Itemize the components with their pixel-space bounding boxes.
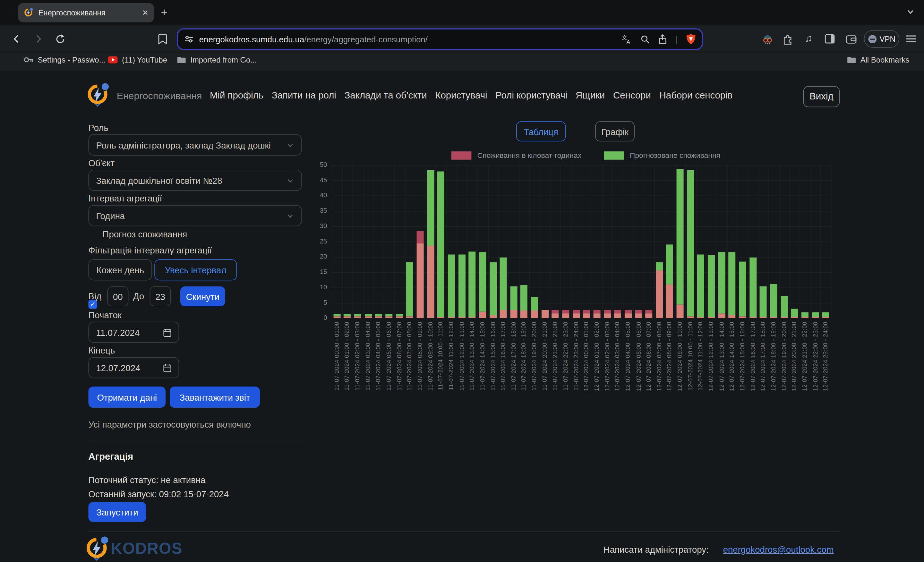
tab-close-icon[interactable]: ✕ [142, 8, 148, 17]
x-tick-label: 12-07-2024 21:00 - 22:00 [801, 322, 808, 391]
share-icon[interactable] [658, 34, 668, 44]
x-tick-label: 11-07-2024 23:00 - 24:00 [573, 322, 579, 391]
new-tab-button[interactable]: + [161, 7, 167, 18]
app-brand: Енергоспоживання [117, 90, 202, 101]
every-day-button[interactable]: Кожен день [88, 259, 152, 280]
chart-bar [406, 262, 413, 318]
bookmark-item[interactable]: Imported from Go... [177, 55, 256, 64]
nav-item[interactable]: Заклади та об'єкти [345, 90, 427, 101]
translate-icon[interactable]: 文 A [622, 34, 632, 43]
role-select[interactable]: Роль адміністратора, заклад Заклад дошкі [88, 134, 302, 156]
download-report-button[interactable]: Завантажити звіт [170, 387, 260, 408]
whole-interval-button[interactable]: Увесь інтервал [154, 259, 237, 280]
x-tick-label: 11-07-2024 06:00 - 07:00 [396, 322, 402, 391]
x-tick-label: 12-07-2024 09:00 - 10:00 [676, 322, 683, 391]
x-tick-label: 12-07-2024 05:00 - 06:00 [635, 322, 641, 391]
bookmark-item[interactable]: Settings - Passwo... [23, 55, 105, 64]
sidebar-panel-icon[interactable] [824, 33, 836, 45]
chart-bar [396, 314, 403, 318]
vpn-button[interactable]: VPN [864, 30, 899, 48]
bookmark-sidebar-icon[interactable] [157, 33, 169, 45]
from-input[interactable]: 00 [107, 286, 128, 306]
chart-bar [562, 310, 569, 318]
interval-select[interactable]: Година [88, 205, 302, 226]
legend-label: Споживання в кіловат-годинах [477, 151, 581, 160]
x-tick-label: 12-07-2024 10:00 - 11:00 [687, 322, 693, 391]
divider [88, 441, 302, 441]
back-icon[interactable] [10, 33, 22, 45]
wallet-icon[interactable] [845, 33, 857, 45]
logout-button[interactable]: Вихід [803, 86, 840, 107]
all-bookmarks-button[interactable]: All Bookmarks [847, 55, 909, 64]
x-tick-label: 11-07-2024 11:00 - 12:00 [448, 322, 454, 390]
y-tick-label: 5 [309, 299, 327, 306]
forecast-checkbox[interactable]: ✓ [88, 300, 98, 309]
reload-icon[interactable] [54, 33, 66, 45]
x-tick-label: 12-07-2024 19:00 - 20:00 [781, 322, 787, 391]
x-tick-label: 12-07-2024 18:00 - 19:00 [770, 322, 776, 391]
to-input[interactable]: 23 [150, 286, 171, 306]
y-tick-label: 10 [309, 283, 327, 290]
chart-bar [510, 286, 517, 318]
start-label: Початок [88, 310, 122, 320]
view-table-button[interactable]: Таблиця [516, 121, 566, 141]
chart-bar [687, 171, 694, 318]
end-date-input[interactable]: 12.07.2024 [88, 357, 179, 378]
nav-item[interactable]: Ящики [576, 90, 605, 101]
x-tick-label: 11-07-2024 09:00 - 10:00 [427, 322, 434, 391]
forecast-checkbox-label: Прогноз споживання [103, 229, 188, 239]
run-aggregation-button[interactable]: Запустити [88, 502, 146, 522]
x-tick-label: 11-07-2024 18:00 - 19:00 [521, 322, 527, 391]
nav-item[interactable]: Набори сенсорів [659, 90, 733, 101]
nav-item[interactable]: Запити на ролі [272, 90, 336, 101]
legend-swatch [452, 151, 471, 160]
object-select[interactable]: Заклад дошкільної освіти №28 [88, 170, 302, 191]
chart-bar [500, 257, 507, 318]
x-tick-label: 11-07-2024 04:00 - 05:00 [375, 322, 381, 391]
chart-bar [645, 310, 652, 318]
view-graph-button[interactable]: Графік [595, 121, 634, 141]
url-text[interactable]: energokodros.sumdu.edu.ua/energy/aggrega… [199, 34, 622, 43]
chart-bar [552, 310, 559, 318]
nav-item[interactable]: Користувачі [435, 90, 487, 101]
screen: Енергоспоживання ✕ + energokodros.sumdu.… [0, 0, 924, 562]
chart-bar [750, 258, 756, 318]
forward-icon[interactable] [32, 33, 44, 45]
brave-shield-icon[interactable] [686, 34, 696, 45]
filters-note: Усі параметри застосовуються включно [88, 420, 251, 430]
reset-button[interactable]: Скинути [180, 286, 225, 306]
bookmark-item[interactable]: (11) YouTube [108, 55, 167, 64]
music-note-icon[interactable]: ♫ [803, 33, 814, 45]
y-tick-label: 50 [309, 161, 327, 168]
extensions-puzzle-icon[interactable] [782, 33, 794, 45]
x-tick-label: 11-07-2024 05:00 - 06:00 [386, 322, 392, 391]
chart-bar [791, 309, 798, 318]
start-date-input[interactable]: 11.07.2024 [88, 322, 179, 343]
x-tick-label: 11-07-2024 14:00 - 15:00 [479, 322, 485, 391]
x-tick-label: 11-07-2024 07:00 - 08:00 [406, 322, 412, 391]
x-tick-label: 12-07-2024 11:00 - 12:00 [698, 322, 704, 391]
site-settings-icon[interactable] [184, 34, 194, 44]
chart-bar [333, 314, 340, 318]
calendar-icon [163, 328, 172, 337]
x-tick-label: 12-07-2024 13:00 - 14:00 [718, 322, 724, 391]
nav-item[interactable]: Сенсори [613, 90, 651, 101]
get-data-button[interactable]: Отримати дані [88, 387, 166, 408]
url-bar[interactable]: energokodros.sumdu.edu.ua/energy/aggrega… [177, 28, 703, 50]
chart-bar [718, 252, 725, 318]
tab-strip: Енергоспоживання ✕ + [0, 0, 924, 25]
nav-item[interactable]: Мій профіль [210, 90, 263, 101]
contact-email-link[interactable]: energokodros@outlook.com [723, 544, 834, 554]
divider: | [675, 34, 678, 44]
nav-item[interactable]: Ролі користувачі [495, 90, 567, 101]
chevron-down-icon [286, 212, 294, 219]
zoom-icon[interactable] [641, 34, 650, 43]
contact-admin-label: Написати адміністратору: [603, 544, 709, 554]
browser-tab[interactable]: Енергоспоживання ✕ [18, 3, 154, 22]
menu-hamburger-icon[interactable] [905, 33, 917, 45]
x-tick-label: 11-07-2024 12:00 - 13:00 [458, 322, 465, 391]
password-extension-icon[interactable] [761, 33, 773, 45]
tab-search-chevron-icon[interactable] [906, 8, 915, 16]
x-tick-label: 12-07-2024 12:00 - 13:00 [708, 322, 714, 391]
chart-bar [801, 312, 808, 318]
